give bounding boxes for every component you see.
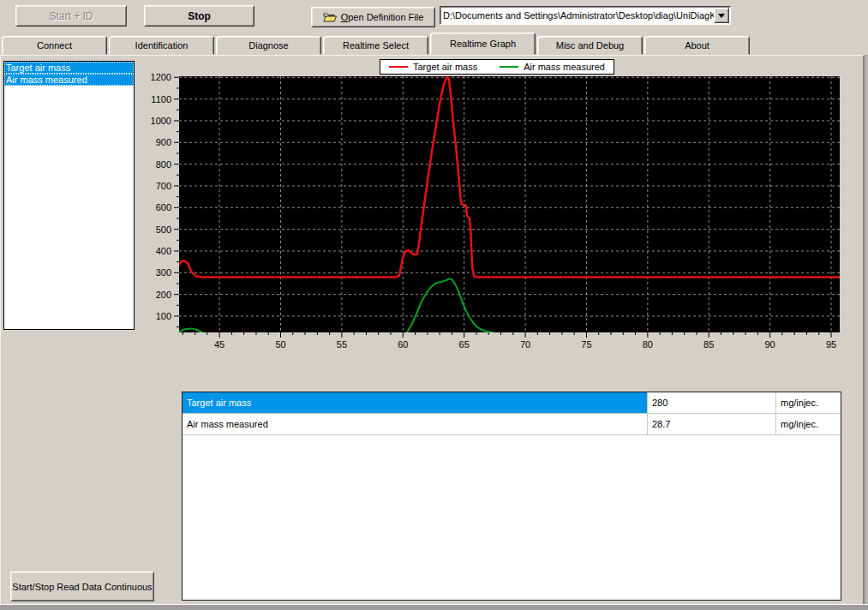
- window-bottom-edge: [0, 604, 868, 610]
- stop-button[interactable]: Stop: [144, 5, 254, 27]
- definition-file-combobox[interactable]: D:\Documents and Settings\Administrator\…: [440, 6, 731, 25]
- signal-listbox[interactable]: Target air massAir mass measured: [3, 61, 135, 330]
- svg-text:1200: 1200: [151, 72, 171, 82]
- svg-text:600: 600: [156, 202, 171, 212]
- open-folder-icon: [323, 12, 337, 22]
- realtime-chart: 1002003004005006007008009001000110012004…: [146, 69, 865, 353]
- values-table: Target air mass280mg/injec.Air mass meas…: [182, 392, 841, 601]
- definition-file-path: D:\Documents and Settings\Administrator\…: [440, 10, 714, 21]
- svg-text:90: 90: [764, 339, 775, 350]
- svg-text:200: 200: [156, 290, 171, 300]
- tab-diagnose[interactable]: Diagnose: [216, 36, 321, 55]
- combobox-dropdown-button[interactable]: [714, 8, 729, 23]
- svg-text:100: 100: [156, 311, 171, 321]
- svg-text:500: 500: [156, 224, 171, 235]
- start-stop-read-data-continuous-button[interactable]: Start/Stop Read Data Continuous: [10, 571, 154, 601]
- legend-line-green: [500, 66, 518, 68]
- svg-text:80: 80: [643, 339, 653, 350]
- tab-bar: ConnectIdentificationDiagnoseRealtime Se…: [2, 33, 868, 55]
- open-definition-file-button[interactable]: Open Definition File: [311, 7, 435, 27]
- start-id-button[interactable]: Start + ID: [15, 5, 127, 27]
- plot-area: [179, 76, 840, 332]
- svg-text:95: 95: [826, 339, 836, 350]
- chart-svg: 1002003004005006007008009001000110012004…: [146, 69, 865, 353]
- svg-text:400: 400: [156, 246, 171, 256]
- table-cell-val: 280: [648, 392, 776, 413]
- svg-text:900: 900: [156, 137, 171, 147]
- table-cell-unit: mg/injec.: [776, 392, 841, 413]
- tab-misc-and-debug[interactable]: Misc and Debug: [537, 36, 643, 55]
- svg-text:700: 700: [156, 181, 171, 191]
- table-cell-unit: mg/injec.: [776, 414, 841, 434]
- svg-text:75: 75: [581, 339, 591, 350]
- legend-line-red: [389, 66, 408, 68]
- svg-text:55: 55: [337, 339, 347, 350]
- tab-realtime-select[interactable]: Realtime Select: [323, 36, 428, 55]
- svg-text:300: 300: [156, 267, 171, 278]
- table-row[interactable]: Target air mass280mg/injec.: [183, 392, 841, 414]
- tab-connect[interactable]: Connect: [2, 36, 107, 55]
- svg-text:1000: 1000: [151, 116, 171, 126]
- svg-text:50: 50: [275, 339, 285, 350]
- svg-text:70: 70: [520, 339, 530, 350]
- table-row[interactable]: Air mass measured28.7mg/injec.: [183, 414, 841, 435]
- table-cell-val: 28.7: [648, 414, 776, 434]
- open-definition-file-label: Open Definition File: [341, 12, 424, 22]
- svg-text:65: 65: [459, 339, 470, 350]
- svg-text:45: 45: [214, 339, 224, 350]
- svg-text:60: 60: [398, 339, 408, 350]
- tab-realtime-graph[interactable]: Realtime Graph: [430, 33, 536, 55]
- table-cell-name: Air mass measured: [183, 414, 648, 434]
- app-window: Start + ID Stop Open Definition File D:\…: [0, 0, 868, 610]
- svg-text:800: 800: [156, 159, 171, 170]
- tab-identification[interactable]: Identification: [109, 36, 214, 55]
- chevron-down-icon: [718, 14, 725, 18]
- svg-text:85: 85: [703, 339, 714, 350]
- signal-list-item[interactable]: Target air mass: [4, 62, 134, 74]
- tab-about[interactable]: About: [644, 36, 750, 55]
- table-cell-name: Target air mass: [183, 392, 648, 413]
- signal-list-item[interactable]: Air mass measured: [4, 74, 134, 86]
- svg-text:1100: 1100: [151, 94, 171, 105]
